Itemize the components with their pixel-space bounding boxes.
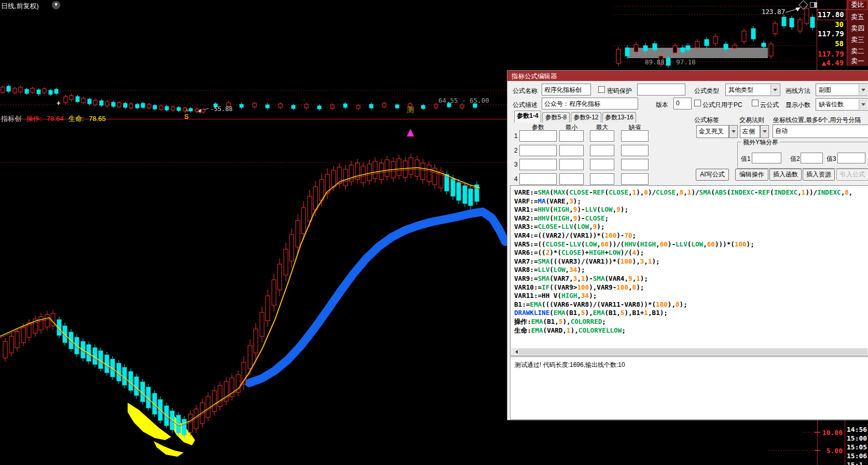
trading-app-window: 日线,前复权) ▾ 64.55 - 65.00 + ^ S -55.88 测 1…: [0, 0, 868, 465]
status-text: 测试通过! 代码长度:1696,输出线个数:10: [515, 361, 625, 368]
line1-value: 78.64: [47, 115, 64, 122]
param-input-r2c4[interactable]: [621, 145, 649, 156]
code-line: VAR6:=((2)*(CLOSE)+HIGH+LOW)/(4);: [511, 249, 868, 257]
tab-params-13-16[interactable]: 参数13-16: [602, 112, 636, 122]
price-axis-value: 5.00: [820, 447, 843, 455]
pc-only-checkbox[interactable]: [694, 100, 701, 106]
mini-annotation-arrow: [786, 9, 798, 12]
param-input-r3c3[interactable]: [590, 159, 614, 170]
quote-label-3[interactable]: 卖三: [847, 35, 868, 45]
param-row-number: 3: [514, 161, 518, 168]
code-line: VARE:=SMA(MAX(CLOSE-REF(CLOSE,1),0)/CLOS…: [511, 188, 868, 197]
param-input-r2c3[interactable]: [590, 145, 614, 156]
insert-resource-button[interactable]: 插入资源: [803, 169, 835, 181]
chevron-down-icon[interactable]: [770, 85, 779, 95]
code-lines: VARE:=SMA(MAX(CLOSE-REF(CLOSE,1),0)/CLOS…: [511, 186, 868, 335]
value2-input[interactable]: [801, 153, 823, 163]
param-input-r3c2[interactable]: [559, 159, 584, 170]
time-axis-value: 15:00: [847, 434, 868, 442]
scroll-left-icon[interactable]: [511, 348, 519, 355]
tab-params-1-4[interactable]: 参数1-4: [514, 111, 541, 122]
value3-label: 值3: [826, 155, 836, 163]
decimal-dropdown[interactable]: 缺省位数: [816, 98, 868, 111]
import-formula-button[interactable]: 引入公式: [836, 169, 868, 181]
ce-mark: 测: [407, 105, 414, 115]
value1-label: 值1: [741, 155, 751, 163]
chevron-down-icon[interactable]: [859, 85, 867, 95]
code-hscrollbar[interactable]: [511, 348, 867, 355]
quote-value[interactable]: 117.80: [818, 10, 844, 19]
password-label: 密码保护: [607, 87, 632, 95]
quote-label-2[interactable]: 卖四: [847, 24, 868, 33]
tab-params-9-12[interactable]: 参数9-12: [571, 112, 601, 122]
type-value: 其他类型: [728, 86, 753, 93]
quote-label-4[interactable]: 卖二: [847, 47, 868, 56]
quote-value[interactable]: 117.79: [818, 50, 844, 58]
code-line: VAR7:=SMA(((VAR3)/(VAR1))*(100),3,1);: [511, 257, 868, 266]
coord-label: 坐标线位置,最多6个,用分号分隔: [773, 116, 861, 125]
type-dropdown[interactable]: 其他类型: [725, 84, 780, 96]
tab-params-5-8[interactable]: 参数5-8: [542, 112, 570, 122]
quote-label-1[interactable]: 卖五: [847, 12, 868, 22]
type-label: 公式类型: [694, 87, 719, 95]
mini-range-label: 89.88 - 97.18: [645, 58, 696, 66]
quote-label-5[interactable]: 卖一: [847, 57, 868, 66]
draw-method-dropdown[interactable]: 副图: [816, 84, 868, 96]
param-input-r1c2[interactable]: [559, 130, 584, 142]
line2-value: 78.65: [89, 115, 106, 122]
quote-value[interactable]: ▲4.49: [818, 59, 844, 67]
edit-operation-button[interactable]: 编辑操作: [735, 169, 768, 181]
version-input[interactable]: 0: [673, 98, 692, 110]
quote-value[interactable]: 30: [818, 20, 844, 29]
rule-combo-arrow[interactable]: [760, 125, 769, 138]
value2-label: 值2: [790, 155, 800, 163]
quote-value[interactable]: 117.79: [818, 30, 844, 38]
param-input-r2c2[interactable]: [559, 145, 584, 156]
version-label: 版本: [656, 101, 668, 110]
tag-combo[interactable]: 金叉死叉: [696, 125, 729, 138]
quote-header[interactable]: 委比: [848, 1, 867, 10]
code-line: VAR1:=HHV(HIGH,9)-LLV(LOW,9);: [511, 206, 868, 214]
desc-label: 公式描述: [513, 101, 538, 110]
value3-input[interactable]: [837, 153, 865, 163]
desc-input[interactable]: 公众号：程序化指标: [542, 98, 638, 110]
dialog-title-bar[interactable]: 指标公式编辑器: [507, 71, 868, 81]
param-input-r1c1[interactable]: [519, 130, 557, 142]
chevron-down-icon[interactable]: [859, 99, 867, 110]
quote-value[interactable]: 58: [818, 39, 844, 48]
cloud-checkbox[interactable]: [752, 100, 759, 106]
param-input-r4c1[interactable]: [519, 173, 557, 185]
time-axis-value: 15:1: [847, 461, 868, 465]
split-panel-icon[interactable]: [810, 2, 817, 8]
pc-only-label: 公式只用于PC: [702, 101, 742, 110]
name-input[interactable]: 程序化指标创: [542, 84, 591, 95]
param-input-r4c2[interactable]: [559, 173, 584, 185]
cloud-label: 云公式: [760, 101, 779, 110]
param-input-r3c1[interactable]: [519, 159, 557, 170]
value1-input[interactable]: [752, 153, 781, 163]
code-line: VAR9:=SMA(VAR7,3,1)-SMA(VAR4,9,1);: [511, 275, 868, 283]
tag-combo-arrow[interactable]: [729, 125, 738, 138]
ai-write-formula-button[interactable]: AI写公式: [696, 169, 729, 181]
password-checkbox[interactable]: [598, 86, 605, 93]
param-input-r4c3[interactable]: [590, 173, 614, 185]
code-line: VAR8:=LLV(LOW,34);: [511, 266, 868, 275]
indicator-name: 指标创: [1, 115, 21, 122]
rule-combo[interactable]: 左侧: [740, 125, 760, 138]
coord-input[interactable]: 自动: [773, 125, 868, 138]
decimal-label: 显示小数: [786, 101, 810, 110]
param-input-r3c4[interactable]: [621, 159, 649, 170]
param-input-r1c3[interactable]: [590, 130, 614, 142]
draw-method-value: 副图: [819, 86, 831, 93]
param-input-r1c4[interactable]: [621, 130, 649, 142]
insert-function-button[interactable]: 插入函数: [769, 169, 802, 181]
extra-name-input[interactable]: [637, 84, 685, 95]
strip-range-label: 64.55 - 65.00: [438, 97, 489, 104]
chart-title: 日线,前复权): [1, 2, 39, 11]
param-input-r4c4[interactable]: [621, 173, 649, 185]
extra-y-label: 额外Y轴分界: [741, 138, 780, 147]
code-editor[interactable]: VARE:=SMA(MAX(CLOSE-REF(CLOSE,1),0)/CLOS…: [510, 185, 868, 356]
param-input-r2c1[interactable]: [519, 145, 557, 156]
chevron-down-icon[interactable]: ▾: [52, 1, 60, 9]
strip-annotation-value: -55.88: [210, 105, 232, 113]
